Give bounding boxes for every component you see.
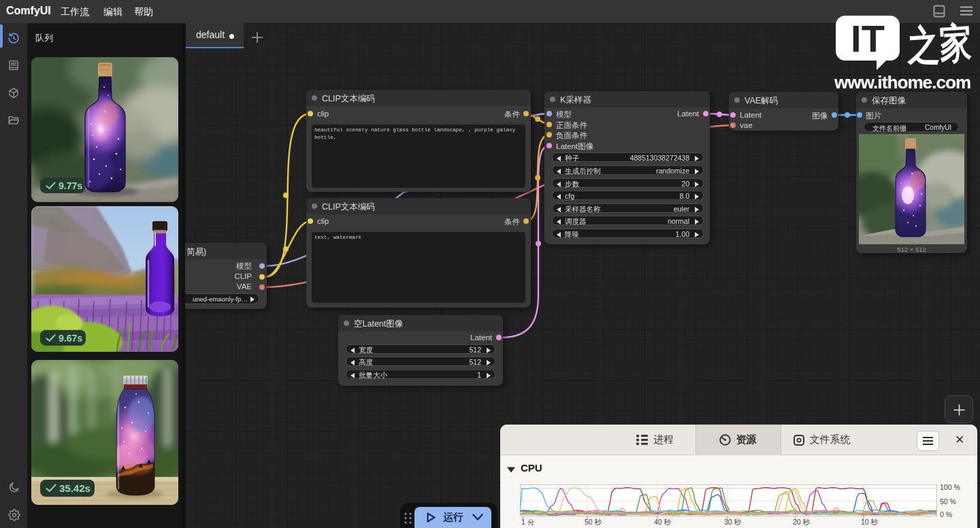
svg-text:IT: IT xyxy=(851,17,885,60)
svg-text:之家: 之家 xyxy=(905,19,973,69)
